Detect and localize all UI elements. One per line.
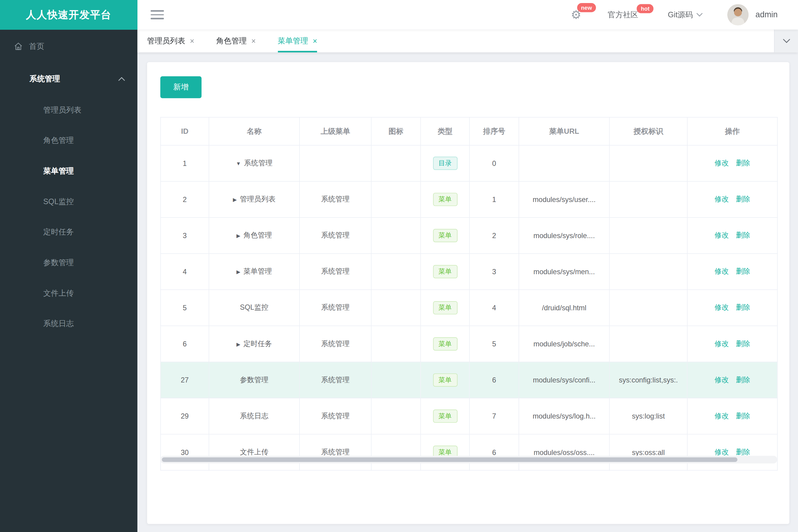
table-row[interactable]: 30 文件上传 系统管理 菜单 6 modules/oss/oss.... sy… [161, 434, 777, 471]
cell-parent [299, 145, 371, 182]
add-button[interactable]: 新增 [160, 76, 202, 98]
col-id: ID [161, 117, 209, 145]
tab-3[interactable]: 菜单管理× [278, 30, 317, 52]
cell-type: 菜单 [421, 290, 469, 326]
settings-menu[interactable]: ⚙ new [571, 9, 581, 21]
scrollbar-thumb[interactable] [162, 457, 737, 462]
cell-id: 29 [161, 398, 209, 434]
delete-link[interactable]: 删除 [736, 195, 750, 203]
delete-link[interactable]: 删除 [736, 303, 750, 311]
sidebar-item[interactable]: 角色管理 [0, 125, 137, 156]
cell-url: modules/sys/men... [519, 253, 610, 290]
edit-link[interactable]: 修改 [715, 376, 729, 384]
git-source-menu[interactable]: Git源码 [668, 10, 703, 20]
cell-order: 1 [469, 182, 519, 217]
sidebar-item-home[interactable]: 首页 [0, 30, 137, 63]
app-screen: 人人快速开发平台 ⚙ new 官方社区 hot Git源码 [0, 0, 798, 532]
table-row[interactable]: 1 ▼系统管理 目录 0 修改删除 [161, 145, 777, 182]
expand-arrow-icon[interactable]: ▶ [236, 233, 240, 239]
cell-parent: 系统管理 [299, 253, 371, 290]
delete-link[interactable]: 删除 [736, 267, 750, 276]
cell-name: ▶菜单管理 [209, 253, 300, 290]
expand-arrow-icon[interactable]: ▶ [236, 341, 240, 347]
close-icon[interactable]: × [190, 37, 194, 45]
cell-icon [371, 362, 421, 398]
expand-arrow-icon[interactable]: ▼ [236, 161, 241, 166]
expand-arrow-icon[interactable]: ▶ [233, 197, 237, 202]
menu-management-panel: 新增 ID 名称 上级菜单 图标 类型 排序号 菜单URL [147, 62, 790, 524]
tabs-dropdown-button[interactable] [774, 30, 798, 52]
cell-id: 5 [161, 290, 209, 326]
table-row[interactable]: 27 参数管理 系统管理 菜单 6 modules/sys/confi... s… [161, 362, 777, 398]
col-url: 菜单URL [519, 117, 610, 145]
cell-actions: 修改删除 [687, 398, 777, 434]
community-hot-badge: hot [637, 4, 654, 13]
tab-2[interactable]: 角色管理× [216, 30, 256, 52]
avatar-image [728, 4, 749, 25]
sidebar-item[interactable]: 参数管理 [0, 247, 137, 278]
cell-url: /druid/sql.html [519, 290, 610, 326]
table-row[interactable]: 2 ▶管理员列表 系统管理 菜单 1 modules/sys/user.... … [161, 182, 777, 217]
edit-link[interactable]: 修改 [715, 231, 729, 239]
cell-type: 目录 [421, 145, 469, 182]
edit-link[interactable]: 修改 [715, 412, 729, 420]
table-row[interactable]: 4 ▶菜单管理 系统管理 菜单 3 modules/sys/men... 修改删… [161, 253, 777, 290]
cell-order: 7 [469, 398, 519, 434]
table-row[interactable]: 3 ▶角色管理 系统管理 菜单 2 modules/sys/role.... 修… [161, 217, 777, 253]
sidebar-item[interactable]: 系统日志 [0, 308, 137, 339]
username-label[interactable]: admin [756, 10, 778, 19]
type-tag: 菜单 [433, 265, 458, 279]
delete-link[interactable]: 删除 [736, 376, 750, 384]
table-row[interactable]: 5 SQL监控 系统管理 菜单 4 /druid/sql.html 修改删除 [161, 290, 777, 326]
close-icon[interactable]: × [251, 37, 256, 45]
user-avatar[interactable] [728, 4, 749, 25]
edit-link[interactable]: 修改 [715, 195, 729, 203]
close-icon[interactable]: × [313, 37, 317, 45]
horizontal-scrollbar [160, 456, 777, 463]
delete-link[interactable]: 删除 [736, 231, 750, 239]
table-row[interactable]: 29 系统日志 系统管理 菜单 7 modules/sys/log.h... s… [161, 398, 777, 434]
edit-link[interactable]: 修改 [715, 448, 729, 456]
topbar-actions: ⚙ new 官方社区 hot Git源码 admin [571, 4, 798, 25]
cell-perms [610, 145, 688, 182]
sidebar-item[interactable]: 管理员列表 [0, 95, 137, 125]
community-link[interactable]: 官方社区 hot [608, 10, 638, 20]
sidebar-item[interactable]: SQL监控 [0, 186, 137, 217]
sidebar-item[interactable]: 文件上传 [0, 278, 137, 308]
sidebar-group-system[interactable]: 系统管理 [0, 63, 137, 95]
edit-link[interactable]: 修改 [715, 339, 729, 347]
table-row[interactable]: 6 ▶定时任务 系统管理 菜单 5 modules/job/sche... 修改… [161, 326, 777, 362]
cell-name: ▼系统管理 [209, 145, 300, 182]
cell-id: 4 [161, 253, 209, 290]
cell-perms [610, 217, 688, 253]
edit-link[interactable]: 修改 [715, 159, 729, 167]
expand-arrow-icon[interactable]: ▶ [236, 269, 240, 274]
cell-icon [371, 217, 421, 253]
cell-id: 2 [161, 182, 209, 217]
cell-actions: 修改删除 [687, 145, 777, 182]
cell-url [519, 145, 610, 182]
cell-url: modules/sys/user.... [519, 182, 610, 217]
edit-link[interactable]: 修改 [715, 267, 729, 276]
cell-name: ▶管理员列表 [209, 182, 300, 217]
delete-link[interactable]: 删除 [736, 412, 750, 420]
tab-1[interactable]: 管理员列表× [147, 30, 194, 52]
sidebar-submenu: 管理员列表角色管理菜单管理SQL监控定时任务参数管理文件上传系统日志 [0, 95, 137, 339]
edit-link[interactable]: 修改 [715, 303, 729, 311]
cell-id: 30 [161, 434, 209, 471]
sidebar-toggle-hamburger-icon[interactable] [150, 10, 164, 19]
sidebar-item[interactable]: 菜单管理 [0, 156, 137, 186]
cell-parent: 系统管理 [299, 398, 371, 434]
cell-name: ▶角色管理 [209, 217, 300, 253]
delete-link[interactable]: 删除 [736, 339, 750, 347]
chevron-down-icon [697, 13, 703, 17]
cell-perms [610, 326, 688, 362]
cell-actions: 修改删除 [687, 326, 777, 362]
sidebar-item[interactable]: 定时任务 [0, 217, 137, 247]
type-tag: 目录 [433, 157, 458, 170]
cell-type: 菜单 [421, 362, 469, 398]
cell-type: 菜单 [421, 326, 469, 362]
delete-link[interactable]: 删除 [736, 159, 750, 167]
cell-name: 文件上传 [209, 434, 300, 471]
delete-link[interactable]: 删除 [736, 448, 750, 456]
